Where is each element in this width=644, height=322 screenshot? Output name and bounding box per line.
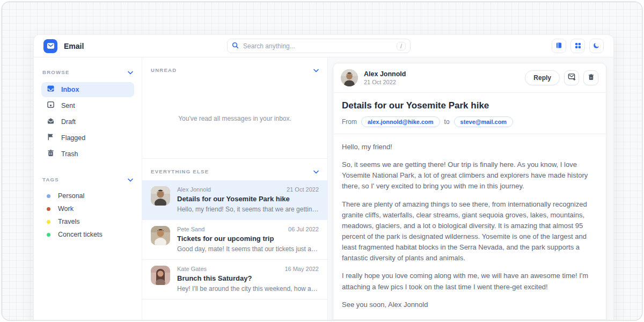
search-shortcut-badge: / (397, 42, 406, 50)
avatar (341, 69, 358, 86)
app-title: Email (64, 42, 84, 50)
mail-subject: Tickets for our upcoming trip (177, 235, 319, 243)
mail-date: 16 May 2022 (284, 266, 319, 272)
tag-color-dot (47, 207, 50, 211)
tags-label: TAGS (42, 177, 59, 182)
browse-label: BROWSE (42, 69, 70, 75)
sidebar-item-trash[interactable]: Trash (41, 147, 134, 162)
message-paragraph: I really hope you love coming along with… (342, 270, 597, 292)
tags-section: TAGS Personal Work (41, 171, 134, 241)
search-icon (232, 41, 239, 51)
book-icon (555, 41, 562, 51)
detail-subject-block: Details for our Yosemite Park hike From … (333, 93, 606, 134)
mail-list-item-kate[interactable]: Kate Gates 16 May 2022 Brunch this Satur… (142, 260, 327, 299)
dark-mode-toggle[interactable] (589, 39, 604, 53)
mail-subject: Details for our Yosemite Park hike (177, 195, 319, 203)
detail-header: Alex Jonnold 21 Oct 2022 Reply (333, 63, 606, 93)
draft-icon (47, 117, 55, 127)
tag-color-dot (47, 233, 50, 237)
detail-date: 21 Oct 2022 (364, 79, 406, 85)
tag-item-personal[interactable]: Personal (41, 189, 134, 202)
sidebar-item-label: Flagged (61, 134, 85, 142)
notebook-button[interactable] (552, 39, 566, 53)
sidebar-item-label: Sent (61, 102, 75, 109)
header-actions (552, 39, 604, 53)
tags-section-header[interactable]: TAGS (41, 171, 134, 189)
sidebar-item-label: Draft (61, 118, 76, 126)
sidebar-item-label: Trash (61, 150, 78, 158)
mail-sender: Pete Sand (177, 226, 204, 232)
sent-icon (47, 101, 55, 111)
to-email-chip[interactable]: steve@mail.com (454, 116, 514, 127)
unread-empty-state: You've read all messages in your inbox. (142, 79, 327, 158)
mail-meta: Kate Gates 16 May 2022 Brunch this Satur… (177, 266, 319, 292)
delete-button[interactable] (583, 70, 598, 85)
from-to-row: From alex.jonnold@hike.com to steve@mail… (342, 116, 597, 127)
avatar (151, 226, 170, 245)
sidebar-item-draft[interactable]: Draft (41, 114, 134, 129)
grid-icon (575, 41, 581, 51)
detail-sender-block: Alex Jonnold 21 Oct 2022 (364, 70, 406, 85)
email-logo-icon (43, 39, 57, 53)
everything-else-section: EVERYTHING ELSE Alex Jonnold (142, 158, 327, 299)
search-input[interactable] (243, 42, 392, 50)
detail-sender-name: Alex Jonnold (364, 70, 406, 78)
flag-icon (47, 133, 55, 143)
mail-preview: Good day, mate! It seems that our ticket… (177, 245, 319, 253)
trash-icon (588, 73, 595, 83)
search-bar[interactable]: / (227, 39, 411, 53)
message-paragraph: There are plenty of amazing things to se… (342, 199, 597, 264)
email-app-window: Email / (33, 34, 614, 321)
detail-actions: Reply (525, 70, 598, 85)
tag-label: Personal (58, 192, 84, 200)
avatar (151, 186, 170, 206)
inbox-icon (47, 85, 55, 94)
message-paragraph: Hello, my friend! (342, 142, 597, 152)
sidebar-item-flagged[interactable]: Flagged (41, 130, 134, 145)
chevron-down-icon[interactable] (128, 174, 133, 184)
chevron-down-icon[interactable] (128, 67, 133, 77)
mail-date: 21 Oct 2022 (287, 186, 319, 193)
unread-label: UNREAD (151, 67, 177, 73)
tag-color-dot (47, 220, 50, 224)
app-body: BROWSE Inbox Sent (34, 57, 613, 321)
tag-item-work[interactable]: Work (41, 202, 134, 215)
mail-subject: Brunch this Saturday? (177, 274, 319, 282)
message-paragraph: See you soon, Alex Jonnold (342, 299, 597, 310)
sidebar-item-sent[interactable]: Sent (41, 98, 134, 113)
forward-button[interactable] (564, 70, 579, 85)
mail-preview: Hello, my friend! So, it seems that we a… (177, 206, 319, 213)
envelope-plus-icon (568, 73, 576, 83)
moon-icon (593, 41, 600, 51)
mail-list-item-pete[interactable]: Pete Sand 06 Jul 2022 Tickets for our up… (142, 220, 327, 260)
trash-icon (47, 149, 55, 159)
chevron-down-icon[interactable] (313, 65, 319, 75)
chevron-down-icon[interactable] (313, 166, 319, 176)
to-label: to (444, 118, 450, 126)
desktop-background: Email / (1, 1, 643, 321)
from-email-chip[interactable]: alex.jonnold@hike.com (361, 116, 440, 127)
apps-grid-button[interactable] (570, 39, 585, 53)
unread-section-header[interactable]: UNREAD (142, 57, 327, 79)
everything-else-header[interactable]: EVERYTHING ELSE (142, 159, 327, 180)
mail-meta: Alex Jonnold 21 Oct 2022 Details for our… (177, 186, 319, 213)
mail-sender: Alex Jonnold (177, 186, 211, 193)
mail-preview: Hey! I'll be around the city this weeken… (177, 285, 319, 292)
mail-list-item-alex[interactable]: Alex Jonnold 21 Oct 2022 Details for our… (142, 180, 327, 220)
tag-item-concert-tickets[interactable]: Concert tickets (41, 228, 134, 241)
message-body: Hello, my friend! So, it seems we are ge… (333, 134, 606, 320)
tag-label: Concert tickets (58, 231, 103, 238)
reply-button[interactable]: Reply (525, 70, 560, 85)
sidebar-item-inbox[interactable]: Inbox (41, 82, 134, 97)
detail-subject: Details for our Yosemite Park hike (342, 100, 597, 111)
everything-else-label: EVERYTHING ELSE (151, 169, 209, 174)
unread-empty-text: You've read all messages in your inbox. (178, 115, 291, 122)
message-list-column: UNREAD You've read all messages in your … (142, 57, 328, 321)
tag-label: Work (58, 205, 74, 213)
tag-item-travels[interactable]: Travels (41, 215, 134, 228)
reading-pane: Alex Jonnold 21 Oct 2022 Reply (328, 57, 613, 321)
tag-color-dot (47, 194, 50, 198)
mail-meta: Pete Sand 06 Jul 2022 Tickets for our up… (177, 226, 319, 253)
app-header: Email / (34, 35, 613, 57)
browse-section-header[interactable]: BROWSE (41, 64, 134, 82)
